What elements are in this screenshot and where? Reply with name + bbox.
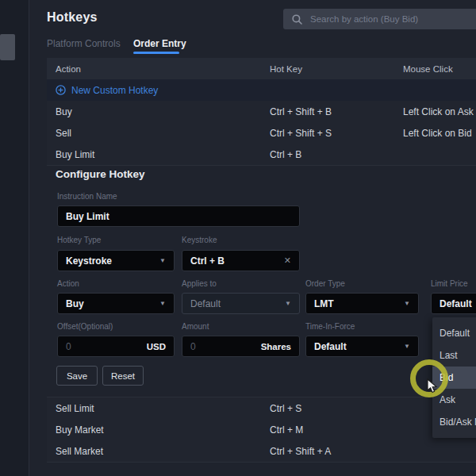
row-hotkey: Ctrl + Shift + S <box>270 128 332 139</box>
instruction-name-label: Instruction Name <box>57 192 117 201</box>
search-input[interactable] <box>309 13 470 25</box>
table-row-buy[interactable]: Buy Ctrl + Shift + B Left Click on Ask <box>47 101 476 123</box>
row-mouse-click: Left Click on Ask <box>403 106 474 117</box>
instruction-name-value: Buy Limit <box>66 211 109 222</box>
row-action: Sell <box>56 128 71 139</box>
chevron-down-icon: ▼ <box>404 300 410 307</box>
offset-label: Offset(Optional) <box>57 322 113 331</box>
amount-label: Amount <box>182 322 209 331</box>
chevron-down-icon: ▼ <box>285 300 291 307</box>
table-row-sell-market[interactable]: Sell Market Ctrl + Shift + A <box>47 440 476 463</box>
configure-hotkey-heading: Configure Hotkey <box>56 168 145 180</box>
amount-placeholder: 0 <box>190 341 196 352</box>
action-select[interactable]: Buy ▼ <box>57 293 175 314</box>
offset-field[interactable]: 0 USD <box>57 336 175 357</box>
time-in-force-label: Time-In-Force <box>305 322 355 331</box>
row-action: Buy Limit <box>56 149 94 160</box>
hotkeys-settings-screen: Hotkeys Platform Controls Order Entry Ac… <box>0 0 476 476</box>
instruction-name-field[interactable]: Buy Limit <box>57 205 300 227</box>
hotkey-type-select[interactable]: Keystroke ▼ <box>57 250 175 271</box>
tab-order-entry[interactable]: Order Entry <box>133 38 186 49</box>
table-row-buy-market[interactable]: Buy Market Ctrl + M <box>47 419 476 441</box>
chevron-down-icon: ▼ <box>159 257 166 264</box>
search-icon <box>292 14 302 25</box>
order-type-select[interactable]: LMT ▼ <box>305 293 419 314</box>
limit-price-label: Limit Price <box>431 279 468 288</box>
chevron-down-icon: ▼ <box>159 300 166 307</box>
search-box[interactable] <box>283 9 476 29</box>
amount-unit: Shares <box>261 342 291 351</box>
dropdown-option-bid[interactable]: Bid <box>432 367 476 389</box>
dropdown-option-default[interactable]: Default <box>432 322 476 344</box>
left-sidebar <box>0 0 29 476</box>
offset-placeholder: 0 <box>66 341 71 352</box>
row-action: Buy <box>56 106 72 117</box>
row-action: Sell Market <box>56 446 103 457</box>
amount-field[interactable]: 0 Shares <box>182 336 300 357</box>
keystroke-field[interactable]: Ctrl + B ✕ <box>182 250 300 271</box>
column-header-action: Action <box>56 64 81 74</box>
row-action: Sell Limit <box>56 403 94 414</box>
active-tab-indicator <box>133 52 179 54</box>
reset-button[interactable]: Reset <box>102 366 144 386</box>
table-row-sell[interactable]: Sell Ctrl + Shift + S Left Click on Bid <box>47 122 476 144</box>
new-custom-hotkey-row[interactable]: New Custom Hotkey <box>47 79 476 102</box>
chevron-down-icon: ▼ <box>404 343 410 350</box>
sidebar-collapse-handle[interactable] <box>0 34 15 60</box>
column-header-mouse-click: Mouse Click <box>403 64 453 74</box>
row-hotkey: Ctrl + M <box>270 424 303 436</box>
page-title: Hotkeys <box>47 10 98 25</box>
limit-price-dropdown: Default Last Bid Ask Bid/Ask M <box>432 317 476 438</box>
action-label: Action <box>57 279 79 288</box>
row-mouse-click: Left Click on Bid <box>403 128 472 139</box>
tab-platform-controls[interactable]: Platform Controls <box>47 38 121 49</box>
dropdown-option-last[interactable]: Last <box>432 344 476 367</box>
row-hotkey: Ctrl + B <box>270 149 301 160</box>
row-hotkey: Ctrl + S <box>270 403 301 414</box>
plus-circle-icon <box>56 85 66 95</box>
time-in-force-select[interactable]: Default ▼ <box>305 336 419 357</box>
applies-to-select[interactable]: Default ▼ <box>182 293 300 314</box>
clear-keystroke-icon[interactable]: ✕ <box>284 255 291 266</box>
new-custom-hotkey-link[interactable]: New Custom Hotkey <box>71 85 158 96</box>
table-row-sell-limit[interactable]: Sell Limit Ctrl + S <box>47 397 476 420</box>
table-header-row: Action Hot Key Mouse Click <box>47 58 476 80</box>
row-action: Buy Market <box>56 424 104 436</box>
limit-price-select[interactable]: Default <box>431 293 476 314</box>
order-type-label: Order Type <box>305 279 345 288</box>
save-button[interactable]: Save <box>56 366 98 386</box>
dropdown-option-ask[interactable]: Ask <box>432 389 476 411</box>
keystroke-label: Keystroke <box>182 236 217 244</box>
column-header-hotkey: Hot Key <box>270 64 302 74</box>
row-hotkey: Ctrl + Shift + B <box>270 106 332 117</box>
hotkey-type-label: Hotkey Type <box>57 236 101 244</box>
table-row-buy-limit[interactable]: Buy Limit Ctrl + B <box>47 144 476 166</box>
applies-to-label: Applies to <box>182 279 217 288</box>
dropdown-option-bid-ask-mid[interactable]: Bid/Ask M <box>432 411 476 433</box>
offset-unit: USD <box>147 342 166 351</box>
row-hotkey: Ctrl + Shift + A <box>270 446 331 457</box>
